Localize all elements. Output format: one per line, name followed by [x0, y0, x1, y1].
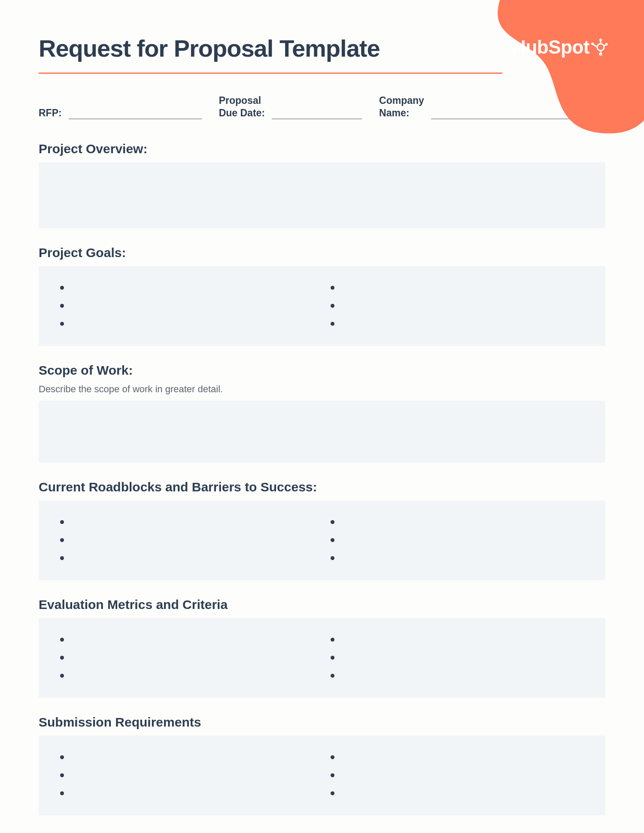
bullet-icon	[60, 773, 64, 777]
title-underline	[39, 73, 502, 74]
metric-input[interactable]	[72, 635, 313, 645]
rfp-label: RFP:	[39, 107, 62, 119]
roadblock-input[interactable]	[342, 517, 584, 527]
goals-col-right	[331, 279, 584, 333]
brand-blob	[447, 0, 644, 154]
goal-input[interactable]	[72, 301, 313, 311]
bullet-icon	[331, 556, 334, 560]
scope-input[interactable]	[39, 401, 605, 461]
list-item	[60, 315, 313, 333]
bullet-icon	[60, 538, 64, 542]
bullet-icon	[60, 556, 64, 560]
bullet-icon	[60, 520, 64, 524]
bullet-icon	[60, 286, 64, 290]
rfp-template-page: HubSpot Request for Proposal Template	[0, 0, 644, 833]
bullet-icon	[60, 322, 64, 326]
metric-input[interactable]	[72, 653, 313, 663]
section-submission: Submission Requirements	[39, 715, 605, 815]
metric-input[interactable]	[342, 635, 584, 645]
metrics-col-right	[331, 631, 584, 685]
list-item	[331, 549, 584, 567]
bullet-icon	[331, 322, 334, 326]
svg-point-6	[591, 42, 594, 45]
bullet-icon	[331, 755, 334, 759]
bullet-icon	[331, 304, 334, 308]
bullet-icon	[331, 520, 334, 524]
roadblock-input[interactable]	[342, 535, 584, 545]
company-label: Company Name:	[379, 94, 424, 119]
roadblock-input[interactable]	[72, 517, 313, 527]
list-item	[60, 531, 313, 549]
list-item	[331, 513, 584, 531]
list-item	[331, 766, 584, 785]
roadblock-input[interactable]	[72, 535, 313, 545]
bullet-icon	[331, 674, 334, 678]
roadblock-input[interactable]	[72, 553, 313, 563]
section-scope: Scope of Work: Describe the scope of wor…	[39, 363, 605, 463]
list-item	[331, 531, 584, 549]
scope-panel	[39, 401, 605, 463]
roadblock-input[interactable]	[342, 553, 584, 563]
hubspot-logo: HubSpot	[512, 36, 608, 58]
submission-input[interactable]	[342, 770, 584, 780]
list-item	[331, 667, 584, 685]
goal-input[interactable]	[342, 283, 584, 293]
list-item	[60, 513, 313, 531]
bullet-icon	[331, 773, 334, 777]
goal-input[interactable]	[342, 301, 584, 311]
list-item	[60, 279, 313, 297]
metric-input[interactable]	[342, 671, 584, 681]
metric-input[interactable]	[342, 653, 584, 663]
roadblocks-title: Current Roadblocks and Barriers to Succe…	[39, 480, 605, 494]
roadblocks-col-left	[60, 513, 313, 567]
bullet-icon	[60, 791, 64, 795]
scope-desc: Describe the scope of work in greater de…	[39, 384, 605, 395]
goals-title: Project Goals:	[39, 245, 605, 260]
logo-text: HubSpot	[512, 36, 589, 58]
bullet-icon	[60, 674, 64, 678]
metric-input[interactable]	[72, 671, 313, 681]
submission-input[interactable]	[72, 770, 313, 780]
list-item	[331, 785, 584, 803]
submission-input[interactable]	[342, 788, 584, 798]
submission-input[interactable]	[72, 752, 313, 762]
due-label: Proposal Due Date:	[219, 94, 265, 119]
submission-input[interactable]	[342, 752, 584, 762]
bullet-icon	[60, 304, 64, 308]
bullet-icon	[331, 538, 334, 542]
goals-panel	[39, 266, 605, 346]
list-item	[60, 785, 313, 803]
section-goals: Project Goals:	[39, 245, 605, 346]
roadblocks-col-right	[331, 513, 584, 567]
list-item	[331, 631, 584, 649]
goals-col-left	[60, 279, 313, 333]
list-item	[331, 315, 584, 333]
section-roadblocks: Current Roadblocks and Barriers to Succe…	[39, 480, 605, 580]
goal-input[interactable]	[342, 319, 584, 329]
scope-title: Scope of Work:	[39, 363, 605, 378]
section-metrics: Evaluation Metrics and Criteria	[39, 597, 605, 698]
overview-panel	[39, 162, 605, 228]
overview-input[interactable]	[39, 162, 605, 227]
svg-point-0	[597, 44, 604, 51]
list-item	[331, 748, 584, 766]
list-item	[60, 766, 313, 785]
svg-point-5	[599, 39, 602, 41]
goal-input[interactable]	[72, 319, 313, 329]
submission-input[interactable]	[72, 788, 313, 798]
list-item	[60, 748, 313, 766]
list-item	[60, 297, 313, 315]
list-item	[60, 667, 313, 685]
due-input[interactable]	[272, 109, 362, 119]
bullet-icon	[331, 791, 334, 795]
goal-input[interactable]	[72, 283, 313, 293]
bullet-icon	[60, 656, 64, 660]
rfp-input[interactable]	[69, 109, 202, 119]
bullet-icon	[60, 638, 64, 642]
sprocket-icon	[590, 39, 608, 56]
bullet-icon	[331, 656, 334, 660]
list-item	[60, 549, 313, 567]
list-item	[331, 279, 584, 297]
rfp-field: RFP:	[39, 107, 202, 119]
submission-col-left	[60, 748, 313, 803]
